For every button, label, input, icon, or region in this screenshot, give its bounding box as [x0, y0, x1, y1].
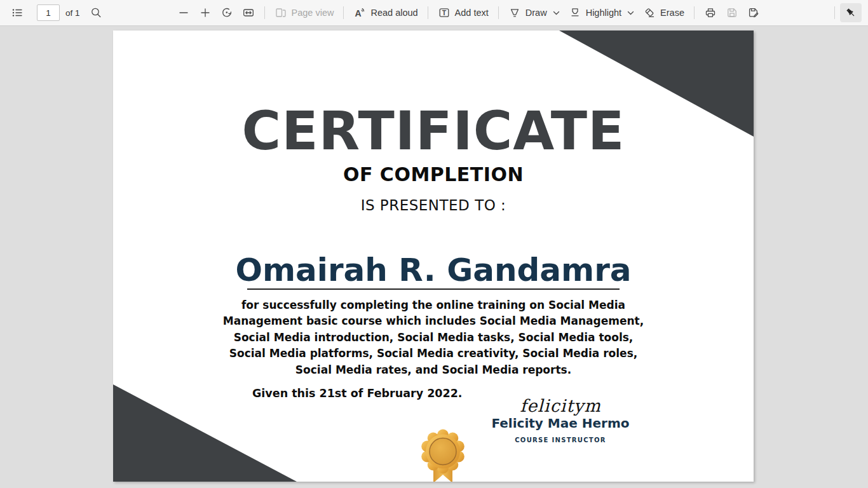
view-outline-button[interactable] — [6, 3, 28, 22]
recipient-name: Omairah R. Gandamra — [113, 254, 754, 286]
signer-title: COURSE INSTRUCTOR — [459, 437, 662, 444]
search-button[interactable] — [85, 3, 107, 22]
zoom-in-icon — [199, 6, 212, 19]
draw-label: Draw — [526, 8, 547, 18]
print-icon — [704, 6, 717, 19]
toolbar-separator — [498, 6, 499, 19]
fit-to-width-icon — [242, 6, 255, 19]
pin-toolbar-button[interactable] — [840, 3, 862, 22]
certificate-title: CERTIFICATE — [113, 104, 754, 158]
gold-medal-badge-icon — [417, 427, 468, 482]
recipient-name-underline — [247, 288, 620, 290]
add-text-icon: T — [438, 6, 451, 19]
search-icon — [90, 6, 102, 19]
add-text-button[interactable]: T Add text — [433, 3, 493, 22]
page-count-label: of 1 — [65, 8, 80, 18]
pdf-page[interactable]: CERTIFICATE OF COMPLETION IS PRESENTED T… — [113, 30, 754, 482]
read-aloud-button[interactable]: A Read aloud — [349, 3, 422, 22]
save-as-button[interactable] — [743, 3, 764, 22]
view-outline-icon — [11, 6, 24, 19]
svg-text:T: T — [442, 9, 446, 17]
pin-icon — [844, 6, 857, 19]
zoom-in-button[interactable] — [194, 3, 216, 22]
toolbar-separator — [343, 6, 344, 19]
toolbar-separator — [834, 6, 835, 19]
zoom-out-button[interactable] — [173, 3, 194, 22]
signer-name: Felicity Mae Hermo — [459, 416, 662, 430]
presented-to-label: IS PRESENTED TO : — [113, 198, 754, 213]
draw-pen-icon — [508, 6, 521, 19]
certificate-body-text: for successfully completing the online t… — [214, 297, 653, 378]
toolbar-separator — [264, 6, 265, 19]
save-button[interactable] — [721, 3, 743, 22]
toolbar-separator — [694, 6, 695, 19]
add-text-label: Add text — [455, 8, 489, 18]
save-icon — [726, 6, 738, 19]
page-view-icon — [275, 6, 287, 19]
page-view-label: Page view — [292, 8, 334, 18]
chevron-down-icon — [553, 11, 560, 15]
page-number-input[interactable] — [37, 4, 60, 21]
rotate-icon — [220, 6, 233, 19]
svg-text:A: A — [355, 8, 362, 18]
page-view-button[interactable]: Page view — [270, 3, 339, 22]
save-as-icon — [747, 6, 760, 19]
date-line: Given this 21st of February 2022. — [252, 387, 463, 400]
chevron-down-icon — [627, 11, 634, 15]
erase-label: Erase — [660, 8, 684, 18]
document-canvas: CERTIFICATE OF COMPLETION IS PRESENTED T… — [0, 26, 868, 488]
toolbar-center-group: Page view A Read aloud T Add text — [173, 3, 764, 22]
fit-to-width-button[interactable] — [238, 3, 259, 22]
highlight-label: Highlight — [586, 8, 621, 18]
pdf-toolbar: of 1 — [0, 0, 868, 26]
erase-button[interactable]: Erase — [639, 3, 689, 22]
toolbar-left-group: of 1 — [6, 3, 107, 22]
read-aloud-icon: A — [353, 6, 366, 19]
toolbar-separator — [428, 6, 428, 19]
highlighter-icon — [569, 6, 581, 19]
certificate-subtitle: OF COMPLETION — [113, 165, 754, 184]
signature-script: felicitym — [459, 396, 662, 416]
print-button[interactable] — [700, 3, 721, 22]
rotate-button[interactable] — [216, 3, 238, 22]
signature-block: felicitym Felicity Mae Hermo COURSE INST… — [459, 396, 662, 444]
draw-button[interactable]: Draw — [504, 3, 564, 22]
eraser-icon — [643, 6, 656, 19]
highlight-button[interactable]: Highlight — [564, 3, 639, 22]
toolbar-right-group — [829, 3, 862, 22]
zoom-out-icon — [177, 6, 190, 19]
read-aloud-label: Read aloud — [370, 8, 417, 18]
